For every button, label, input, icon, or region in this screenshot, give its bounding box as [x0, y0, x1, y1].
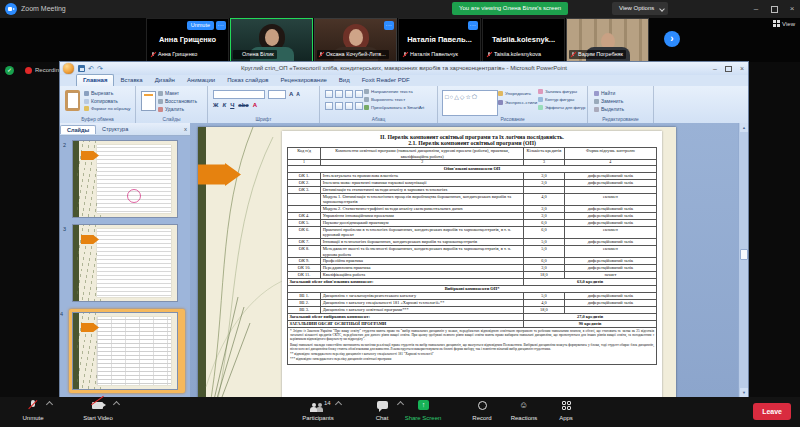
arrange-button[interactable]: Упорядочить [498, 91, 531, 96]
italic-button[interactable]: К [222, 102, 226, 109]
align-text-button[interactable]: Выровнять текст [364, 97, 405, 102]
shape-outline-button[interactable]: Контур фигуры [538, 97, 574, 102]
bullets-button[interactable] [325, 90, 333, 98]
strikethrough-button[interactable]: abc [238, 102, 248, 109]
align-left-button[interactable] [325, 102, 333, 110]
bold-button[interactable]: Ж [213, 102, 218, 109]
table-header-row: Код н/д Компоненти освітньої програми (н… [288, 148, 657, 160]
table-row: ОК 4. Управління інноваційними проектами… [288, 212, 657, 219]
tab-review[interactable]: Рецензирование [274, 75, 332, 86]
close-button[interactable]: × [784, 0, 800, 18]
muted-mic-icon [403, 52, 407, 57]
shape-effects-button[interactable]: Эффекты для фигур [538, 105, 585, 110]
zoom-titlebar: Zoom Meeting You are viewing Олена Білик… [0, 0, 800, 18]
view-options-button[interactable]: View Options [612, 2, 668, 15]
shrink-font-button[interactable]: A [296, 91, 300, 98]
shapes-gallery[interactable]: □○△◇☆⬠ [442, 90, 498, 116]
video-tile-oksana[interactable]: ··· Оксана Кочубей-Литв... [314, 18, 397, 62]
video-tile-vadym[interactable]: Вадим Погребняк [566, 18, 649, 62]
tab-design[interactable]: Дизайн [149, 75, 181, 86]
font-color-button[interactable]: A [253, 102, 257, 109]
video-tile-olena[interactable]: Олена Білик [230, 18, 313, 62]
ribbon: Вырезать Копировать Формат по образцу Бу… [60, 86, 748, 124]
new-slide-button[interactable] [141, 91, 156, 111]
apps-icon [562, 401, 571, 410]
table-row: ОК 3. Оптимізація та статистичні методи … [288, 186, 657, 193]
ribbon-group-clipboard: Вырезать Копировать Формат по образцу Бу… [60, 86, 136, 123]
slide-edit-area: ІІ. Перелік компонент освітньої програми… [190, 123, 748, 397]
more-options-button[interactable]: ··· [384, 21, 394, 30]
layout-button[interactable]: Макет [158, 90, 179, 96]
align-right-button[interactable] [345, 102, 353, 110]
slide-document: ІІ. Перелік компонент освітньої програми… [282, 131, 662, 397]
components-table: Код н/д Компоненти освітньої програми (н… [287, 147, 657, 328]
font-size-select[interactable] [268, 90, 286, 99]
tab-home[interactable]: Главная [76, 74, 114, 86]
ppt-maximize-button[interactable] [725, 66, 732, 72]
numbering-button[interactable] [335, 90, 343, 98]
unmute-button[interactable]: Unmute [3, 400, 63, 421]
tab-foxit-pdf[interactable]: Foxit Reader PDF [356, 75, 416, 86]
scrollbar-thumb[interactable] [740, 249, 748, 260]
grand-total-row: ЗАГАЛЬНИЙ ОБСЯГ ОСВІТНЬОЇ ПРОГРАМИ 90 кр… [288, 320, 657, 327]
video-tile-anna[interactable]: Анна Грищенко Unmute ··· Анна Грищенко [146, 18, 229, 62]
share-screen-icon: ↑ [418, 400, 429, 410]
leave-button[interactable]: Leave [753, 403, 791, 420]
apps-button[interactable]: Apps [536, 400, 596, 421]
total-row: Загальний обсяг обов'язкових компонент: … [288, 279, 657, 286]
start-video-button[interactable]: Start Video [68, 400, 128, 421]
justify-button[interactable] [355, 102, 363, 110]
pane-tabs: Слайды Структура x [60, 123, 190, 136]
select-button[interactable]: Выделить [594, 106, 624, 112]
slide-thumbnail-3[interactable]: 3 [72, 224, 182, 302]
scroll-up-icon[interactable]: ▲ [740, 123, 748, 132]
reset-button[interactable]: Восстановить [158, 98, 197, 104]
copy-button[interactable]: Копировать [84, 98, 118, 104]
more-options-button[interactable]: ··· [216, 21, 226, 30]
ppt-minimize-button[interactable]: – [713, 65, 717, 72]
share-screen-button[interactable]: ↑ Share Screen [393, 400, 453, 421]
indent-increase-button[interactable] [355, 90, 363, 98]
minimize-button[interactable]: – [748, 0, 764, 18]
find-button[interactable]: Найти [594, 90, 615, 96]
smartart-button[interactable]: Преобразовать в SmartArt [364, 105, 424, 110]
tab-insert[interactable]: Вставка [114, 75, 148, 86]
ppt-close-button[interactable]: × [740, 65, 744, 72]
audio-options-caret[interactable] [46, 401, 53, 408]
participants-icon [310, 401, 324, 412]
ask-to-unmute-button[interactable]: Unmute [187, 21, 214, 30]
align-center-button[interactable] [335, 102, 343, 110]
format-painter-button[interactable]: Формат по образцу [84, 106, 130, 111]
video-options-caret[interactable] [113, 401, 120, 408]
shape-fill-button[interactable]: Заливка фигуры [538, 89, 577, 94]
quick-styles-button[interactable]: Экспресс-стили [498, 100, 537, 105]
participants-button[interactable]: 14 Participants [288, 400, 348, 421]
more-options-button[interactable]: ··· [468, 21, 478, 30]
restore-button[interactable] [766, 0, 782, 18]
text-direction-button[interactable]: Направление текста [364, 89, 413, 94]
font-name-select[interactable] [213, 90, 265, 99]
next-videos-button[interactable]: › [664, 31, 680, 47]
tab-slideshow[interactable]: Показ слайдов [221, 75, 274, 86]
muted-mic-icon [487, 52, 491, 57]
underline-button[interactable]: Ч [230, 102, 234, 109]
delete-slide-button[interactable]: Удалить [158, 106, 184, 112]
tab-outline[interactable]: Структура [96, 125, 134, 133]
paste-button[interactable] [65, 90, 80, 111]
tab-view[interactable]: Вид [333, 75, 356, 86]
vertical-scrollbar[interactable]: ▲ ▼ [738, 123, 748, 397]
scroll-down-icon[interactable]: ▼ [740, 388, 748, 397]
replace-button[interactable]: Заменить [594, 98, 623, 104]
video-tile-taisiia[interactable]: Taisiia.kolesnyk... Taisiia.kolesnykova [482, 18, 565, 62]
participants-caret[interactable] [335, 401, 342, 408]
grow-font-button[interactable]: A [289, 91, 293, 98]
video-tile-natalia[interactable]: Наталія Павель... ··· Наталія Павельчук [398, 18, 481, 62]
pane-close-icon[interactable]: x [184, 126, 187, 132]
slide-thumbnail-4-selected[interactable]: 4 [69, 309, 185, 393]
view-layout-button[interactable]: View [773, 20, 795, 27]
tab-animations[interactable]: Анимации [181, 75, 221, 86]
cut-button[interactable]: Вырезать [84, 90, 113, 96]
indent-decrease-button[interactable] [345, 90, 353, 98]
slide-thumbnail-2[interactable]: 2 [72, 140, 182, 218]
tab-slides[interactable]: Слайды [60, 125, 96, 134]
